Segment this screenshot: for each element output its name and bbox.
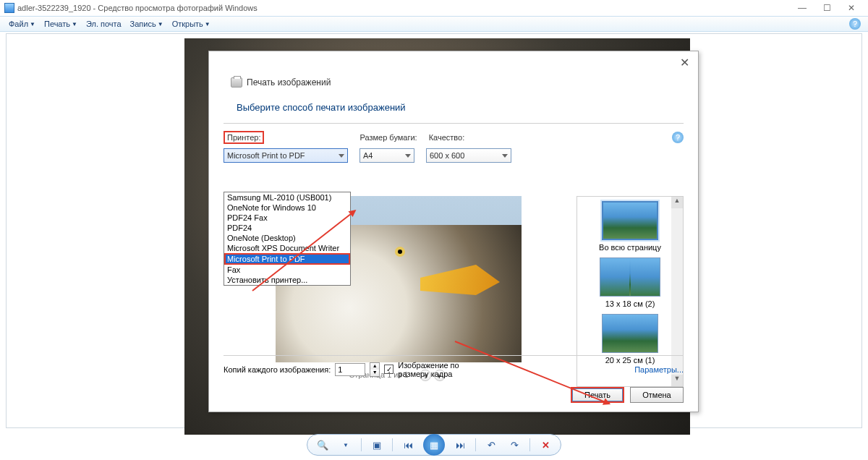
minimize-button[interactable]: ―: [790, 1, 814, 15]
app-icon: [4, 3, 14, 13]
titlebar: adler-3522239_1920 - Средство просмотра …: [0, 0, 868, 16]
layout-item[interactable]: 13 x 18 см (2): [577, 253, 683, 310]
file-name: adler-3522239_1920: [17, 4, 91, 12]
quality-combobox[interactable]: 600 x 600: [426, 148, 511, 163]
rotate-right-button[interactable]: ↷: [506, 437, 522, 453]
layout-thumb: [602, 314, 658, 353]
menu-open[interactable]: Открыть▼: [168, 18, 215, 30]
copies-spinner[interactable]: ▲▼: [370, 362, 380, 377]
printer-option[interactable]: OneNote for Windows 10: [224, 203, 350, 213]
printer-option[interactable]: OneNote (Desktop): [224, 233, 350, 243]
dialog-subtitle: Выберите способ печати изображений: [209, 93, 698, 123]
printer-option[interactable]: Fax: [224, 265, 350, 275]
menu-print[interactable]: Печать▼: [40, 18, 82, 30]
dialog-header: Печать изображений: [209, 51, 698, 93]
copies-label: Копий каждого изображения:: [224, 365, 331, 374]
printer-option[interactable]: Microsoft XPS Document Writer: [224, 243, 350, 253]
viewer-toolbar: 🔍 ▼ ▣ ⏮ ▦ ⏭ ↶ ↷ ✕: [0, 431, 868, 459]
printer-option[interactable]: Установить принтер...: [224, 275, 350, 285]
layout-thumb: [600, 257, 660, 297]
next-button[interactable]: ⏭: [452, 437, 468, 453]
dialog-title: Печать изображений: [247, 77, 331, 88]
printer-option[interactable]: PDF24 Fax: [224, 213, 350, 223]
previous-button[interactable]: ⏮: [400, 437, 416, 453]
rotate-left-button[interactable]: ↶: [483, 437, 499, 453]
printer-option[interactable]: Samsung ML-2010 (USB001): [224, 192, 350, 203]
copies-row: Копий каждого изображения: ▲▼ ✓ Изображе…: [224, 355, 684, 377]
printer-combobox[interactable]: Microsoft Print to PDF: [224, 148, 348, 163]
slideshow-button[interactable]: ▦: [423, 434, 445, 456]
dialog-close-button[interactable]: ✕: [676, 56, 692, 69]
layout-item[interactable]: Во всю страницу: [577, 197, 683, 253]
menu-file[interactable]: Файл▼: [4, 18, 40, 30]
close-button[interactable]: ✕: [839, 1, 864, 15]
dialog-help-icon[interactable]: ?: [672, 132, 684, 143]
printer-label: Принтер:: [224, 131, 264, 144]
parameters-link[interactable]: Параметры...: [634, 365, 684, 374]
print-options-row: Принтер: Размер бумаги: Качество: ?: [209, 124, 698, 147]
fit-checkbox[interactable]: ✓: [384, 365, 393, 374]
zoom-button[interactable]: 🔍: [315, 437, 331, 453]
help-icon[interactable]: ?: [849, 18, 861, 30]
fit-button[interactable]: ▣: [369, 437, 385, 453]
menu-email[interactable]: Эл. почта: [82, 18, 126, 30]
maximize-button[interactable]: ☐: [814, 1, 839, 15]
menubar: Файл▼ Печать▼ Эл. почта Запись▼ Открыть▼…: [0, 16, 868, 32]
copies-input[interactable]: [335, 363, 365, 376]
printer-dropdown-list[interactable]: Samsung ML-2010 (USB001) OneNote for Win…: [224, 192, 351, 286]
menu-burn[interactable]: Запись▼: [126, 18, 168, 30]
layout-thumb: [602, 201, 658, 240]
print-dialog: ✕ Печать изображений Выберите способ печ…: [208, 51, 699, 412]
print-button[interactable]: Печать: [571, 387, 624, 403]
paper-label: Размер бумаги:: [359, 133, 417, 142]
cancel-button[interactable]: Отмена: [630, 387, 684, 403]
fit-label: Изображение по размеру кадра: [398, 361, 477, 378]
quality-label: Качество:: [429, 133, 465, 142]
paper-combobox[interactable]: A4: [359, 148, 414, 163]
delete-button[interactable]: ✕: [537, 437, 553, 453]
app-name: Средство просмотра фотографий Windows: [98, 4, 257, 12]
printer-icon: [231, 77, 242, 88]
zoom-dropdown-icon[interactable]: ▼: [338, 437, 354, 453]
